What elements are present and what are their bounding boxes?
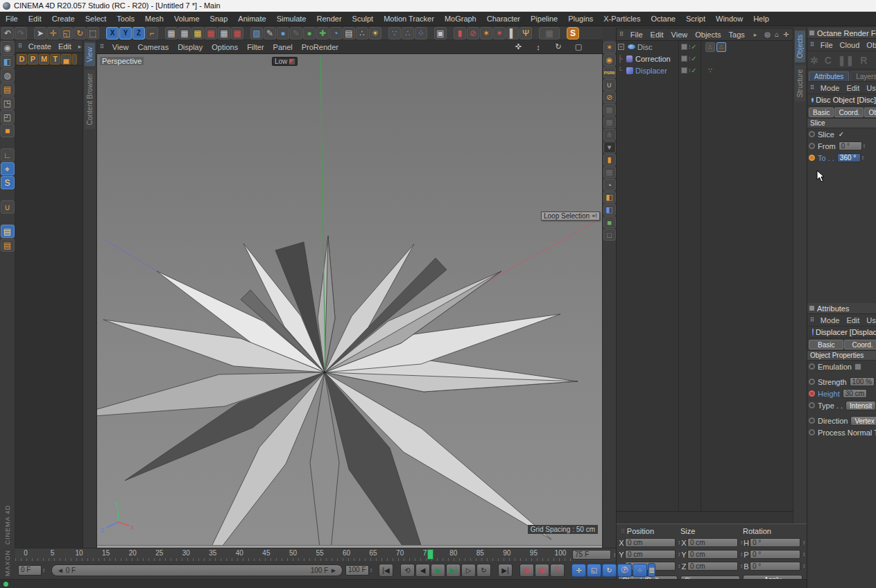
rotation-p-field[interactable]: 0 ° xyxy=(750,550,800,559)
current-frame-field[interactable]: 75 F xyxy=(572,550,611,560)
mixer-icon[interactable]: ▦ xyxy=(603,166,616,178)
phong-tag-icon[interactable]: ∴ xyxy=(705,42,715,52)
om-more-arrow-icon[interactable]: ▸ xyxy=(754,31,757,38)
menu-item[interactable]: Volume xyxy=(174,15,200,23)
camera-label[interactable]: Perspective xyxy=(100,57,144,65)
dropdown-arrow-icon[interactable]: ▾ xyxy=(603,141,616,153)
disabled-wide-icon[interactable]: ▦ xyxy=(539,27,560,40)
slice-section-header[interactable]: Slice xyxy=(807,119,876,128)
texture-mode-icon[interactable]: ▤ xyxy=(1,83,15,96)
cube-primitive-icon[interactable]: ▧ xyxy=(250,27,263,40)
make-editable-icon[interactable]: ◧ xyxy=(1,55,15,68)
render-view-icon[interactable]: ▦ xyxy=(165,27,178,40)
palette-partial-button[interactable] xyxy=(72,54,77,64)
sphere-blue-icon[interactable]: ● xyxy=(277,27,289,40)
toolbar-spacer[interactable] xyxy=(159,27,164,40)
object-row-disc[interactable]: − Disc ∶ ✓ ∴ ∴ xyxy=(617,41,793,53)
material-icon[interactable]: ▮ xyxy=(454,27,466,40)
substance-icon[interactable]: S xyxy=(567,27,579,40)
psr-zero-icon[interactable]: PSR0 xyxy=(603,67,616,78)
play-preferences-button[interactable]: ⟲ xyxy=(400,564,415,577)
stepper-icon[interactable]: ↕ xyxy=(861,155,864,161)
stepper-icon[interactable]: ↕ xyxy=(802,539,805,546)
tab-content-browser[interactable]: Content Browser xyxy=(85,69,95,129)
menu-item[interactable]: Character xyxy=(487,15,520,23)
sphere-green-icon[interactable]: ● xyxy=(303,27,316,40)
anim-dot-icon[interactable] xyxy=(809,379,815,385)
menu-item[interactable]: Motion Tracker xyxy=(384,15,434,23)
play-forward-button[interactable]: ▶ xyxy=(431,564,445,577)
position-y-field[interactable]: 0 cm xyxy=(625,550,676,559)
z-axis-lock-icon[interactable]: Z xyxy=(132,27,145,40)
timeline-ruler[interactable]: 0510152025303540455055606570758085909510… xyxy=(15,548,616,561)
coordinate-system-icon[interactable]: ⌐ xyxy=(146,27,158,40)
strength-field[interactable]: 100 % xyxy=(850,377,875,386)
workplane-icon[interactable]: ▤ xyxy=(1,239,15,252)
coord-button[interactable]: Coord. xyxy=(834,107,864,117)
menu-item[interactable]: Window xyxy=(716,15,743,23)
viewport-menu-options[interactable]: Options xyxy=(212,43,238,51)
model-mode-icon[interactable]: ◍ xyxy=(1,69,15,82)
toolbar-spacer[interactable] xyxy=(533,27,538,40)
octane-settings-icon[interactable]: ✲ xyxy=(810,55,818,66)
stepper-icon[interactable]: ↕ xyxy=(863,143,866,149)
camera-icon[interactable]: ◉ xyxy=(603,54,616,66)
render-picture-viewer-icon[interactable]: ▦ xyxy=(191,27,204,40)
lod-badge[interactable]: Low xyxy=(272,57,298,66)
home-icon[interactable]: ⌂ xyxy=(775,31,779,38)
dots-a-icon[interactable]: ∵ xyxy=(388,27,401,40)
cube-orange-green-icon[interactable]: ◧ xyxy=(603,191,616,203)
stepper-icon[interactable]: ↕ xyxy=(42,567,45,573)
tab-objects[interactable]: Objects xyxy=(795,31,805,62)
current-frame-marker[interactable] xyxy=(427,549,433,560)
menu-item[interactable]: Plugins xyxy=(568,15,593,23)
menu-item[interactable]: X-Particles xyxy=(603,15,640,23)
position-x-field[interactable]: 0 cm xyxy=(625,538,676,547)
size-x-field[interactable]: 0 cm xyxy=(687,538,738,547)
metaball-icon[interactable]: ◔ xyxy=(329,27,342,40)
viewport-menu-display[interactable]: Display xyxy=(178,43,203,51)
keyframe-dot-icon[interactable] xyxy=(809,155,815,161)
object-name[interactable]: Correction xyxy=(635,55,671,63)
visibility-dots-icon[interactable]: ∶ xyxy=(689,55,690,62)
octane-menu-file[interactable]: File xyxy=(821,41,833,49)
dots-c-icon[interactable]: ⁘ xyxy=(415,27,427,40)
knife-icon[interactable]: ▌ xyxy=(506,27,519,40)
lock-workplane-icon[interactable]: ▤ xyxy=(1,225,15,238)
add-icon[interactable]: ✛ xyxy=(783,31,789,38)
menu-item[interactable]: Help xyxy=(753,15,769,23)
collapse-icon[interactable]: − xyxy=(618,44,624,50)
octane-pause-icon[interactable]: ❚❚ xyxy=(838,55,854,66)
snap-icon[interactable]: S xyxy=(1,176,15,189)
viewport-maximize-icon[interactable]: ▢ xyxy=(573,42,584,53)
height-field[interactable]: 30 cm xyxy=(843,389,867,398)
tab-attributes[interactable]: Attributes xyxy=(809,71,849,81)
menu-item[interactable]: Create xyxy=(52,15,75,23)
enabled-check-icon[interactable]: ✓ xyxy=(691,43,696,51)
anchor-icon[interactable]: Ψ xyxy=(519,27,532,40)
attr-menu-user[interactable]: Use xyxy=(866,84,876,92)
frame-range-slider[interactable]: ◄ 0 F 100 F ► xyxy=(51,564,343,576)
octane-menu-objects[interactable]: Obj xyxy=(866,41,876,49)
menu-item[interactable]: Render xyxy=(316,15,341,23)
last-tool-icon[interactable]: ⬚ xyxy=(87,27,99,40)
car-icon[interactable]: ▄ xyxy=(61,54,71,64)
object-button[interactable]: Obje xyxy=(864,107,876,117)
rotate-icon[interactable]: ↻ xyxy=(74,27,86,40)
palette-create-menu[interactable]: Create xyxy=(28,42,51,51)
om-menu-view[interactable]: View xyxy=(671,31,688,39)
record-keyframe-button[interactable]: ◉ xyxy=(519,564,534,577)
grip-icon[interactable]: ⠿ xyxy=(619,31,623,37)
render-team-icon[interactable]: ▦ xyxy=(218,27,230,40)
attr-menu-mode[interactable]: Mode xyxy=(821,316,840,325)
palette-p-button[interactable]: P xyxy=(28,54,38,64)
object-properties-header[interactable]: Object Properties xyxy=(807,351,876,361)
anim-dot-icon[interactable] xyxy=(809,429,815,435)
frame-icon[interactable]: ▣ xyxy=(434,27,447,40)
coord-button[interactable]: Coord. xyxy=(844,340,876,349)
record-parameter-button[interactable]: Ⓟ xyxy=(617,564,632,577)
octane-menu-cloud[interactable]: Cloud xyxy=(840,41,860,49)
menu-item[interactable]: Script xyxy=(686,15,705,23)
scale-icon[interactable]: ◱ xyxy=(60,27,73,40)
ball-tool-icon[interactable]: ◔ xyxy=(603,179,616,191)
